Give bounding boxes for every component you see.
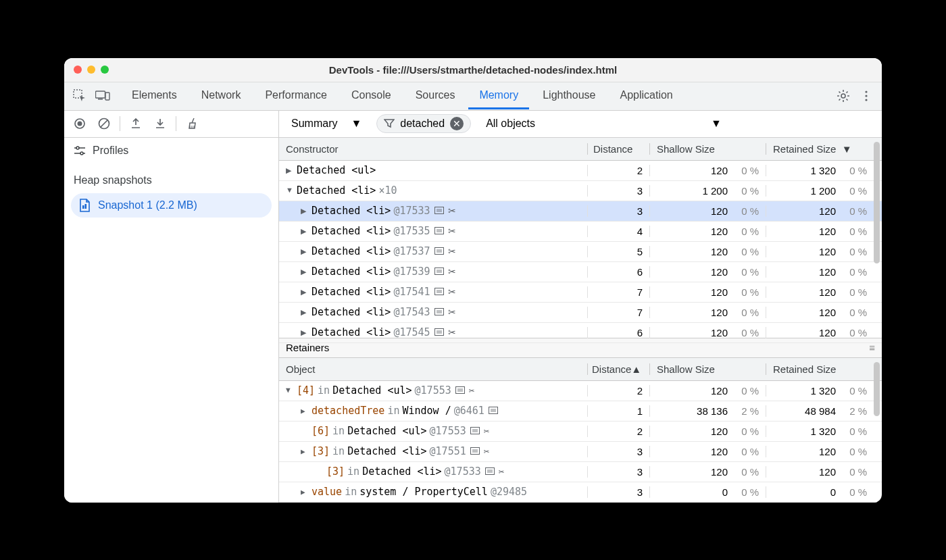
retainer-row[interactable]: [3] in Detached <li> @17533 ✂31200 %1200… — [279, 462, 882, 482]
svg-rect-33 — [457, 388, 463, 392]
expand-right-icon[interactable]: ▶ — [301, 288, 309, 297]
shallow-value: 120 — [650, 246, 728, 257]
distance-value: 2 — [587, 385, 649, 397]
expand-right-icon[interactable]: ▶ — [301, 447, 309, 456]
retained-pct: 0 % — [836, 385, 867, 397]
shallow-pct: 0 % — [728, 327, 759, 338]
constructor-row[interactable]: ▶Detached <li> @17541 ✂71200 %1200 % — [279, 282, 882, 303]
scissors-icon: ✂ — [499, 466, 504, 477]
tab-memory[interactable]: Memory — [468, 83, 529, 109]
titlebar: DevTools - file:///Users/stmarthe/detach… — [64, 58, 882, 82]
constructor-row[interactable]: ▶Detached <li> @17543 ✂71200 %1200 % — [279, 303, 882, 323]
tab-application[interactable]: Application — [609, 83, 683, 109]
retainer-object: Window / — [402, 405, 451, 417]
clear-filter-icon[interactable]: ✕ — [450, 117, 464, 130]
retained-pct: 0 % — [836, 327, 867, 338]
shallow-pct: 0 % — [728, 246, 759, 257]
retained-pct: 0 % — [836, 165, 867, 176]
svg-line-11 — [101, 120, 108, 128]
scissors-icon: ✂ — [448, 327, 456, 338]
tab-network[interactable]: Network — [191, 83, 252, 109]
scissors-icon: ✂ — [448, 246, 456, 257]
hamburger-icon[interactable]: ≡ — [869, 342, 875, 353]
zoom-window-icon[interactable] — [101, 66, 109, 74]
expand-down-icon[interactable]: ▼ — [286, 186, 294, 194]
col-retained-size[interactable]: Retained Size ▼ — [766, 143, 882, 155]
retainer-row[interactable]: ▶[3] in Detached <li> @17551 ✂31200 %120… — [279, 442, 882, 462]
settings-icon[interactable] — [832, 84, 855, 107]
distance-value: 6 — [587, 266, 649, 278]
shallow-value: 120 — [650, 205, 728, 217]
retainers-title: Retainers — [286, 342, 329, 353]
scrollbar[interactable] — [874, 141, 880, 335]
sidebar-toolbar — [64, 111, 278, 138]
col-retained-size[interactable]: Retained Size — [766, 363, 882, 375]
constructor-row[interactable]: ▶Detached <li> @17535 ✂41200 %1200 % — [279, 222, 882, 242]
retained-pct: 0 % — [836, 286, 867, 298]
upload-icon[interactable] — [124, 112, 147, 135]
record-icon[interactable] — [68, 112, 91, 135]
col-distance[interactable]: Distance — [587, 143, 649, 155]
device-toolbar-icon[interactable] — [91, 84, 114, 107]
expand-right-icon[interactable]: ▶ — [301, 308, 309, 317]
tab-lighthouse[interactable]: Lighthouse — [532, 83, 606, 109]
distance-value: 2 — [587, 426, 649, 437]
col-shallow-size[interactable]: Shallow Size — [649, 143, 766, 155]
expand-right-icon[interactable]: ▶ — [286, 166, 294, 175]
expand-right-icon[interactable]: ▶ — [301, 268, 309, 276]
expand-right-icon[interactable]: ▶ — [301, 488, 309, 497]
constructor-suffix: @17543 — [393, 306, 430, 318]
retained-value: 120 — [766, 226, 836, 237]
objects-scope-dropdown[interactable]: All objects ▼ — [480, 115, 727, 132]
gc-broom-icon[interactable] — [180, 112, 203, 135]
content-area: Profiles Heap snapshots Snapshot 1 (2.2 … — [64, 111, 882, 503]
more-icon[interactable] — [855, 84, 878, 107]
view-dropdown[interactable]: Summary ▼ — [286, 115, 367, 132]
class-filter-input[interactable]: detached ✕ — [376, 114, 471, 133]
profiles-section[interactable]: Profiles — [64, 138, 278, 163]
expand-down-icon[interactable]: ▼ — [286, 386, 294, 394]
constructor-row[interactable]: ▶Detached <li> @17539 ✂61200 %1200 % — [279, 262, 882, 282]
close-window-icon[interactable] — [74, 66, 82, 74]
tab-elements[interactable]: Elements — [121, 83, 188, 109]
expand-right-icon[interactable]: ▶ — [301, 207, 309, 215]
snapshot-item[interactable]: Snapshot 1 (2.2 MB) — [71, 193, 272, 218]
tab-sources[interactable]: Sources — [405, 83, 466, 109]
expand-right-icon[interactable]: ▶ — [301, 407, 309, 415]
col-shallow-size[interactable]: Shallow Size — [649, 363, 766, 375]
expand-right-icon[interactable]: ▶ — [301, 247, 309, 256]
col-distance[interactable]: Distance▲ — [587, 363, 649, 375]
constructor-row[interactable]: ▶Detached <li> @17533 ✂31200 %1200 % — [279, 201, 882, 222]
constructor-row[interactable]: ▶Detached <li> @17545 ✂61200 %1200 % — [279, 323, 882, 343]
retainer-row[interactable]: [6] in Detached <ul> @17553 ✂21200 %1 32… — [279, 422, 882, 442]
scrollbar[interactable] — [874, 361, 880, 489]
retainer-row[interactable]: ▶value in system / PropertyCell @2948530… — [279, 482, 882, 503]
clear-icon[interactable] — [93, 112, 116, 135]
col-constructor[interactable]: Constructor — [279, 143, 587, 155]
element-box-icon — [434, 266, 444, 277]
expand-right-icon[interactable]: ▶ — [301, 227, 309, 236]
shallow-pct: 0 % — [728, 226, 759, 237]
element-box-icon — [434, 307, 444, 317]
constructor-row[interactable]: ▶Detached <ul>21200 %1 3200 % — [279, 161, 882, 181]
download-icon[interactable] — [149, 112, 172, 135]
retainer-row[interactable]: ▼[4] in Detached <ul> @17553 ✂21200 %1 3… — [279, 381, 882, 401]
minimize-window-icon[interactable] — [87, 66, 95, 74]
expand-right-icon[interactable]: ▶ — [301, 328, 309, 337]
inspect-element-icon[interactable] — [68, 84, 91, 107]
retainer-row[interactable]: ▶detachedTree in Window / @6461 138 1362… — [279, 401, 882, 422]
col-object[interactable]: Object — [279, 363, 587, 375]
distance-value: 2 — [587, 165, 649, 176]
shallow-value: 0 — [650, 486, 728, 498]
constructor-row[interactable]: ▶Detached <li> @17537 ✂51200 %1200 % — [279, 242, 882, 262]
constructor-row[interactable]: ▼Detached <li> ×1031 2000 %1 2000 % — [279, 181, 882, 201]
retainer-object: system / PropertyCell — [359, 486, 488, 498]
tab-console[interactable]: Console — [341, 83, 402, 109]
shallow-value: 120 — [650, 286, 728, 298]
object-id: @29485 — [491, 486, 527, 498]
scissors-icon: ✂ — [469, 385, 474, 396]
tab-performance[interactable]: Performance — [254, 83, 338, 109]
object-id: @6461 — [454, 405, 484, 417]
retained-value: 120 — [766, 307, 836, 318]
object-id: @17553 — [430, 425, 466, 437]
